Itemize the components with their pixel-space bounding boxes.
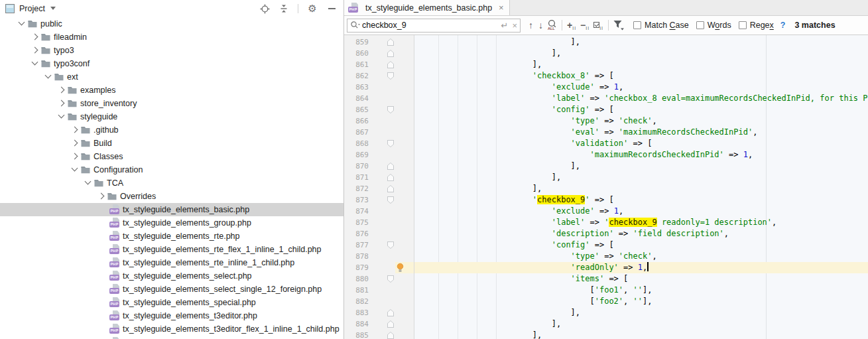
tree-item-file[interactable]: PHPtx_styleguide_elements_t3editor.php [0,309,343,322]
fold-marker-icon[interactable] [387,50,394,57]
chevron-down-icon[interactable] [83,178,93,188]
add-occurrence-icon[interactable]: +II [565,20,578,31]
settings-gear-icon[interactable]: ⚙ [307,3,318,14]
code-editor[interactable]: 859 ],860 ],861 ],862 'checkbox_8' => [8… [344,35,868,339]
code-line-877[interactable]: 877 'config' => [ [344,239,868,251]
chevron-down-icon[interactable] [17,19,27,29]
remove-occurrence-icon[interactable]: −II [578,20,591,31]
code-line-885[interactable]: 885 ], [344,330,868,339]
tree-item-file[interactable]: PHPtx_styleguide_elements_select_single_… [0,283,343,296]
chevron-down-icon[interactable] [30,58,40,69]
fold-marker-icon[interactable] [387,140,394,147]
code-line-870[interactable]: 870 ], [344,161,868,172]
tree-item-file[interactable]: PHPtx_styleguide_elements_t3editor_flex_… [0,322,343,336]
fold-marker-icon[interactable] [387,61,394,68]
code-line-871[interactable]: 871 ], [344,172,868,183]
chevron-right-icon[interactable] [30,32,40,42]
code-line-881[interactable]: 881 ['foo1', ''], [344,285,868,296]
code-line-860[interactable]: 860 ], [344,48,868,59]
code-line-863[interactable]: 863 'exclude' => 1, [344,82,868,93]
editor-tab[interactable]: PHP tx_styleguide_elements_basic.php × [344,0,510,15]
tree-item-file[interactable]: PHPtx_styleguide_elements_rte_flex_1_inl… [0,243,343,256]
code-line-872[interactable]: 872 ], [344,183,868,194]
chevron-right-icon[interactable] [56,98,67,109]
regex-option[interactable]: Regex [739,21,774,30]
tree-item-folder[interactable]: store_inventory [0,97,343,110]
tree-item-folder[interactable]: TCA [0,176,343,190]
tree-item-file[interactable]: PHPtx_styleguide_elements_basic.php [0,203,343,216]
regex-checkbox[interactable] [739,21,747,29]
chevron-down-icon[interactable] [70,165,80,175]
fold-marker-icon[interactable] [387,309,394,316]
search-icon[interactable] [350,21,361,30]
words-option[interactable]: Words [696,21,731,30]
code-line-873[interactable]: 873 'checkbox_9' => [ [344,194,868,206]
chevron-down-icon[interactable] [56,111,67,122]
fold-marker-icon[interactable] [387,72,394,80]
code-line-878[interactable]: 878 'type' => 'check', [344,251,868,262]
tree-item-folder[interactable]: Configuration [0,163,343,176]
previous-occurrence-icon[interactable]: ↑ [526,20,536,31]
tree-item-folder[interactable]: typo3conf [0,57,343,70]
fold-marker-icon[interactable] [387,320,394,328]
tree-item-file[interactable]: PHPtx_styleguide_elements_group.php [0,216,343,230]
code-line-866[interactable]: 866 'type' => 'check', [344,115,868,127]
chevron-right-icon[interactable] [30,45,40,56]
clear-search-icon[interactable]: × [512,21,517,31]
tree-item-folder[interactable]: Classes [0,150,343,163]
chevron-right-icon[interactable] [70,138,80,149]
tree-item-file[interactable]: PHPtx_styleguide_elements_rte_inline_1_c… [0,256,343,269]
code-line-875[interactable]: 875 'label' => 'checkbox_9 readonly=1 de… [344,217,868,228]
filter-icon[interactable] [613,20,625,31]
next-occurrence-icon[interactable]: ↓ [536,20,546,31]
fold-marker-icon[interactable] [387,241,394,249]
fold-marker-icon[interactable] [387,196,394,204]
code-line-867[interactable]: 867 'eval' => 'maximumRecordsCheckedInPi… [344,127,868,138]
code-line-883[interactable]: 883 ], [344,307,868,318]
close-tab-icon[interactable]: × [499,3,504,13]
tree-item-folder[interactable]: ext [0,70,343,84]
words-checkbox[interactable] [696,21,704,29]
hide-panel-icon[interactable] [326,3,337,14]
code-line-879[interactable]: 879 'readOnly' => 1, [344,262,868,273]
tree-item-file[interactable]: PHPtx_styleguide_elements_special.php [0,296,343,309]
tree-item-folder[interactable]: Build [0,137,343,150]
chevron-right-icon[interactable] [56,85,67,96]
intention-bulb-icon[interactable] [395,263,405,273]
code-line-861[interactable]: 861 ], [344,59,868,70]
code-line-859[interactable]: 859 ], [344,36,868,48]
chevron-right-icon[interactable] [96,191,107,202]
fold-marker-icon[interactable] [387,38,394,46]
fold-marker-icon[interactable] [387,174,394,181]
match-case-checkbox[interactable] [633,21,641,29]
collapse-all-icon[interactable] [279,3,289,14]
code-line-862[interactable]: 862 'checkbox_8' => [ [344,70,868,82]
chevron-right-icon[interactable] [70,125,80,135]
tree-item-folder[interactable]: fileadmin [0,31,343,44]
tree-item-file[interactable]: PHPtx_styleguide_elements_select.php [0,269,343,283]
project-tool-window-button[interactable]: Project [5,4,56,13]
fold-marker-icon[interactable] [387,163,394,170]
search-input[interactable] [361,21,501,30]
code-line-876[interactable]: 876 'description' => 'field description'… [344,228,868,239]
fold-marker-icon[interactable] [387,275,394,283]
code-line-864[interactable]: 864 'label' => 'checkbox_8 eval=maximumR… [344,93,868,104]
tree-item-folder[interactable]: .github [0,123,343,137]
chevron-right-icon[interactable] [70,151,80,162]
tree-item-file[interactable]: PHPtx_styleguide_elements_rte.php [0,230,343,243]
fold-marker-icon[interactable] [387,185,394,192]
chevron-down-icon[interactable] [43,72,54,82]
code-line-884[interactable]: 884 ], [344,318,868,330]
tree-item-folder[interactable]: examples [0,84,343,97]
code-line-868[interactable]: 868 'validation' => [ [344,138,868,149]
locate-file-icon[interactable] [259,3,270,14]
tree-item-folder[interactable]: public [0,17,343,31]
search-field[interactable]: ↵ × [347,19,521,33]
code-line-880[interactable]: 880 'items' => [ [344,273,868,285]
fold-marker-icon[interactable] [387,332,394,339]
tree-item-file[interactable]: PHP [0,336,343,339]
tree-item-folder[interactable]: Overrides [0,190,343,203]
code-line-882[interactable]: 882 ['foo2', ''], [344,296,868,307]
code-line-869[interactable]: 869 'maximumRecordsCheckedInPid' => 1, [344,149,868,161]
fold-marker-icon[interactable] [387,106,394,113]
